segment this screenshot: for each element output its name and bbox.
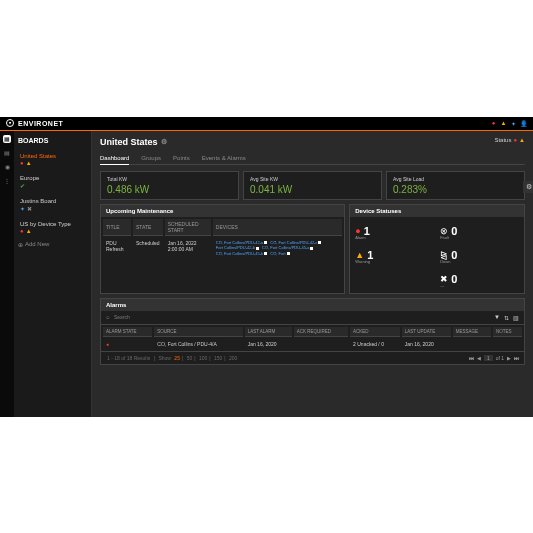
rail-reports-icon[interactable]: ▤ — [3, 149, 11, 157]
gear-icon[interactable]: ⚙ — [161, 138, 167, 146]
alarm-icon: ● — [513, 137, 517, 143]
cell-last-alarm: Jan 16, 2020 — [245, 339, 292, 349]
status-label: Status — [494, 137, 511, 143]
pager-current: 1 — [484, 355, 493, 361]
sidebar-item-europe[interactable]: Europe ✔ — [18, 172, 87, 192]
col-state[interactable]: STATE — [133, 219, 163, 236]
alarm-icon: ● — [20, 160, 24, 166]
sidebar-add-new[interactable]: ⊕ Add New — [18, 241, 87, 248]
cell-state: Scheduled — [133, 238, 163, 259]
col-last-update[interactable]: LAST UPDATE — [402, 327, 451, 337]
wrench-icon[interactable]: ✦ — [510, 120, 517, 127]
rail-map-icon[interactable]: ◉ — [3, 163, 11, 171]
tabs: Dashboard Groups Points Events & Alarms — [100, 155, 525, 165]
pager-first-icon[interactable]: ⏮ — [469, 355, 474, 361]
wrench-icon: ✦ — [20, 205, 25, 212]
alarm-icon: ● — [355, 226, 360, 236]
table-row[interactable]: ● CO, Fort Collins / PDU-4/A Jan 16, 202… — [103, 339, 522, 349]
status-label: Fault — [440, 235, 449, 240]
page-title-text: United States — [100, 137, 158, 147]
col-notes[interactable]: NOTES — [493, 327, 522, 337]
col-source[interactable]: SOURCE — [154, 327, 242, 337]
status-indicator: Status ● ▲ — [494, 137, 525, 143]
page-size-option[interactable]: 200 — [229, 355, 237, 361]
columns-icon[interactable]: ▥ — [513, 314, 519, 321]
sidebar-item-justins-board[interactable]: Justins Board ✦✖ — [18, 195, 87, 215]
sidebar-item-us-by-device-type[interactable]: US by Device Type ●▲ — [18, 218, 87, 237]
metric-avg-site-kw: Avg Site KW 0.041 kW — [243, 171, 382, 200]
device-link[interactable]: CO, Fort Collins/PDU-45-b — [216, 251, 267, 257]
pager-prev-icon[interactable]: ◀ — [477, 355, 481, 361]
col-message[interactable]: MESSAGE — [453, 327, 491, 337]
sidebar-item-label: Europe — [20, 175, 85, 181]
tab-points[interactable]: Points — [173, 155, 190, 161]
sort-icon[interactable]: ⇅ — [504, 314, 509, 321]
metric-total-kw: Total KW 0.486 kW — [100, 171, 239, 200]
cell-title[interactable]: PDU Refresh — [103, 238, 131, 259]
rail-boards-icon[interactable]: ▦ — [3, 135, 11, 143]
device-link[interactable]: CO, Fort — [270, 251, 289, 257]
panel-title: Alarms — [101, 299, 524, 311]
settings-gear-button[interactable]: ⚙ — [523, 181, 533, 193]
alarms-footer: 1 - 18 of 18 Results | Show 25| 50| 100|… — [101, 351, 524, 364]
pager-last-icon[interactable]: ⏭ — [514, 355, 519, 361]
col-scheduled-start[interactable]: SCHEDULED START — [165, 219, 211, 236]
sidebar: BOARDS United States ●▲ Europe ✔ Justins… — [14, 131, 92, 417]
page-size-option[interactable]: 150 — [214, 355, 222, 361]
status-fault[interactable]: ⊗ 0 Fault — [438, 220, 521, 242]
col-devices[interactable]: DEVICES — [213, 219, 342, 236]
page-size-option[interactable]: 50 — [187, 355, 193, 361]
sidebar-item-label: United States — [20, 153, 85, 159]
rail-settings-icon[interactable]: ⋮ — [3, 177, 11, 185]
tab-groups[interactable]: Groups — [141, 155, 161, 161]
col-ack-required[interactable]: ACK REQUIRED — [294, 327, 348, 337]
alarm-icon: ● — [106, 341, 109, 347]
filter-icon[interactable]: ▼ — [494, 314, 500, 321]
alarm-icon: ● — [20, 228, 24, 234]
warning-icon: ▲ — [355, 250, 364, 260]
col-acked[interactable]: ACKED — [350, 327, 400, 337]
pager-next-icon[interactable]: ▶ — [507, 355, 511, 361]
table-header-row: TITLE STATE SCHEDULED START DEVICES — [103, 219, 342, 236]
panel-title: Upcoming Maintenance — [101, 205, 344, 217]
status-warning[interactable]: ▲ 1 Warning — [353, 244, 436, 266]
plus-icon: ⊕ — [18, 241, 23, 248]
metric-label: Total KW — [107, 176, 232, 182]
tab-events-alarms[interactable]: Events & Alarms — [202, 155, 246, 161]
device-statuses-panel: Device Statuses ● 1 Alarm ⊗ 0 Fault — [349, 204, 525, 294]
metric-label: Avg Site Load — [393, 176, 518, 182]
cell-alarm-state: ● — [103, 339, 152, 349]
body: ▦ ▤ ◉ ⋮ BOARDS United States ●▲ Europe ✔… — [0, 131, 533, 417]
col-alarm-state[interactable]: ALARM STATE — [103, 327, 152, 337]
fault-icon: ⊗ — [440, 226, 448, 236]
upcoming-maintenance-panel: Upcoming Maintenance TITLE STATE SCHEDUL… — [100, 204, 345, 294]
warning-icon: ▲ — [519, 137, 525, 143]
page-title: United States ⚙ — [100, 137, 525, 147]
status-down[interactable]: ⧎ 0 Down — [438, 244, 521, 266]
page-size-option[interactable]: 25 — [174, 355, 180, 361]
tab-dashboard[interactable]: Dashboard — [100, 155, 129, 165]
cell-devices: CO, Fort Collins/PDU-42-a CO, Fort Colli… — [213, 238, 342, 259]
status-label: Down — [440, 259, 450, 264]
cell-start: Jan 16, 2022 2:00:00 AM — [165, 238, 211, 259]
alarm-icon[interactable]: ● — [490, 120, 497, 127]
status-unknown[interactable]: ✖ 0 — — [438, 268, 521, 290]
tool-icon: ✖ — [27, 205, 32, 212]
table-row[interactable]: PDU Refresh Scheduled Jan 16, 2022 2:00:… — [103, 238, 342, 259]
search-input[interactable] — [114, 314, 490, 320]
warning-icon[interactable]: ▲ — [500, 120, 507, 127]
sidebar-item-united-states[interactable]: United States ●▲ — [18, 150, 87, 169]
cell-acked[interactable]: 2 Unacked / 0 — [350, 339, 400, 349]
page-size-option[interactable]: 100 — [199, 355, 207, 361]
sidebar-title: BOARDS — [18, 137, 87, 144]
status-alarm[interactable]: ● 1 Alarm — [353, 220, 436, 242]
status-maint[interactable] — [353, 268, 436, 290]
col-last-alarm[interactable]: LAST ALARM — [245, 327, 292, 337]
results-text: 1 - 18 of 18 Results — [107, 355, 150, 361]
metric-value: 0.283% — [393, 184, 518, 195]
alarms-table: ALARM STATE SOURCE LAST ALARM ACK REQUIR… — [101, 325, 524, 351]
status-grid: ● 1 Alarm ⊗ 0 Fault ▲ 1 Warning — [350, 217, 524, 293]
status-count: 0 — [451, 249, 457, 261]
col-title[interactable]: TITLE — [103, 219, 131, 236]
user-icon[interactable]: 👤 — [520, 120, 527, 127]
